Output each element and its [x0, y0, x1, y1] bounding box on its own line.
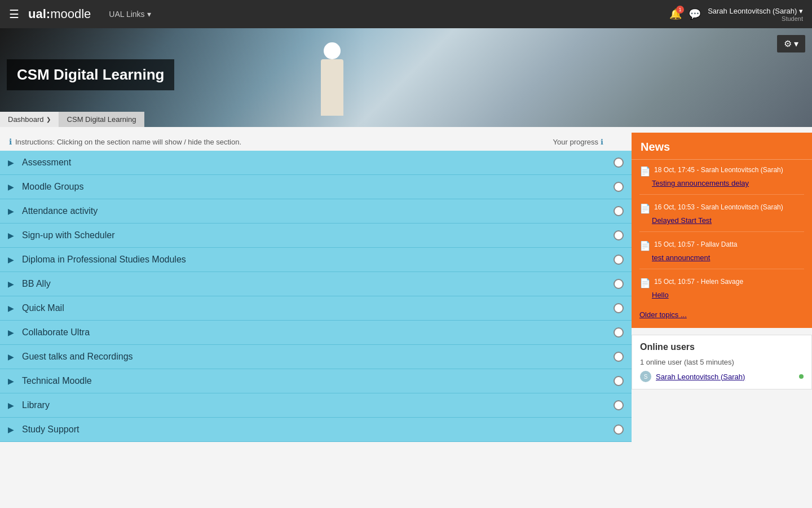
news-block: News 📄18 Oct, 17:45 - Sarah Leontovitsch… — [632, 133, 812, 328]
section-item: ▶Moodle Groups — [0, 175, 632, 199]
section-label[interactable]: Quick Mail — [22, 296, 614, 320]
breadcrumb-bar: Dashboard ❯ CSM Digital Learning — [0, 112, 144, 127]
section-toggle-icon[interactable]: ▶ — [0, 376, 22, 386]
section-toggle-icon[interactable]: ▶ — [0, 328, 22, 337]
section-toggle-icon[interactable]: ▶ — [0, 231, 22, 240]
breadcrumb-dashboard[interactable]: Dashboard ❯ — [0, 112, 59, 127]
news-entry-link[interactable]: Hello — [652, 291, 804, 299]
section-label[interactable]: Guest talks and Recordings — [22, 345, 614, 369]
ual-links-button[interactable]: UAL Links ▾ — [109, 10, 151, 19]
section-item: ▶Library — [0, 393, 632, 418]
section-progress-radio[interactable] — [614, 157, 624, 168]
section-progress-radio[interactable] — [614, 230, 624, 240]
section-progress-radio[interactable] — [614, 352, 624, 362]
main-content: ℹ Instructions: Clicking on the section … — [0, 127, 812, 466]
news-entry-meta-text: 16 Oct, 10:53 - Sarah Leontovitsch (Sara… — [654, 203, 783, 212]
gear-settings-button[interactable]: ⚙ ▾ — [777, 35, 805, 52]
section-toggle-icon[interactable]: ▶ — [0, 304, 22, 313]
section-label[interactable]: Moodle Groups — [22, 175, 614, 199]
news-entry-meta-text: 15 Oct, 10:57 - Helen Savage — [654, 277, 743, 287]
hero-banner: CSM Digital Learning ⚙ ▾ Dashboard ❯ CSM… — [0, 28, 812, 127]
section-progress-radio[interactable] — [614, 424, 624, 435]
section-item: ▶Study Support — [0, 418, 632, 442]
section-progress-radio[interactable] — [614, 182, 624, 192]
section-label[interactable]: Study Support — [22, 418, 614, 441]
section-progress-radio[interactable] — [614, 327, 624, 338]
online-users-header: Online users — [640, 342, 804, 352]
logo-moodle-text: moodle — [50, 7, 91, 21]
news-entry-meta: 📄15 Oct, 10:57 - Helen Savage — [639, 277, 804, 288]
site-logo: ual: moodle — [28, 7, 91, 21]
news-entry-meta-text: 15 Oct, 10:57 - Pallav Datta — [654, 240, 737, 249]
instructions-bar: ℹ Instructions: Clicking on the section … — [0, 133, 250, 151]
notification-badge: 1 — [676, 6, 684, 14]
news-entry-meta-text: 18 Oct, 17:45 - Sarah Leontovitsch (Sara… — [654, 165, 783, 175]
news-body: 📄18 Oct, 17:45 - Sarah Leontovitsch (Sar… — [632, 160, 812, 328]
section-progress-radio[interactable] — [614, 279, 624, 289]
progress-header: Your progress ℹ — [553, 138, 603, 146]
gear-arrow-icon: ▾ — [794, 38, 798, 49]
notifications-button[interactable]: 🔔 1 — [669, 8, 682, 20]
section-toggle-icon[interactable]: ▶ — [0, 425, 22, 434]
logo-ual-text: ual: — [28, 7, 50, 21]
news-entry-icon: 📄 — [639, 203, 651, 214]
section-toggle-icon[interactable]: ▶ — [0, 158, 22, 167]
section-item: ▶Diploma in Professional Studies Modules — [0, 248, 632, 272]
online-users-count: 1 online user (last 5 minutes) — [640, 358, 804, 366]
section-label[interactable]: Technical Moodle — [22, 369, 614, 393]
course-area: ℹ Instructions: Clicking on the section … — [0, 127, 632, 466]
progress-info-icon: ℹ — [601, 138, 603, 146]
section-label[interactable]: BB Ally — [22, 272, 614, 296]
section-item: ▶Guest talks and Recordings — [0, 345, 632, 369]
news-entry: 📄15 Oct, 10:57 - Pallav Dattatest announ… — [639, 240, 804, 269]
section-progress-radio[interactable] — [614, 400, 624, 410]
news-entry-meta: 📄16 Oct, 10:53 - Sarah Leontovitsch (Sar… — [639, 203, 804, 214]
older-topics-link[interactable]: Older topics ... — [639, 307, 804, 322]
online-status-indicator — [799, 374, 804, 379]
section-toggle-icon[interactable]: ▶ — [0, 182, 22, 191]
section-label[interactable]: Assessment — [22, 151, 614, 174]
news-entry-icon: 📄 — [639, 166, 651, 177]
section-progress-radio[interactable] — [614, 303, 624, 313]
section-label[interactable]: Diploma in Professional Studies Modules — [22, 248, 614, 271]
news-entry: 📄15 Oct, 10:57 - Helen SavageHello — [639, 277, 804, 299]
section-toggle-icon[interactable]: ▶ — [0, 207, 22, 216]
section-item: ▶Collaborate Ultra — [0, 321, 632, 345]
info-icon: ℹ — [9, 137, 12, 146]
online-user-row: SSarah Leontovitsch (Sarah) — [640, 371, 804, 382]
section-item: ▶Technical Moodle — [0, 369, 632, 393]
news-entry-meta: 📄18 Oct, 17:45 - Sarah Leontovitsch (Sar… — [639, 165, 804, 177]
section-item: ▶Attendance activity — [0, 199, 632, 224]
news-entry-link[interactable]: Testing announcements delay — [652, 179, 804, 187]
section-label[interactable]: Library — [22, 393, 614, 417]
section-progress-radio[interactable] — [614, 255, 624, 265]
section-label[interactable]: Attendance activity — [22, 199, 614, 223]
section-toggle-icon[interactable]: ▶ — [0, 352, 22, 361]
news-entry-link[interactable]: test announcment — [652, 253, 804, 262]
user-name-label[interactable]: Sarah Leontovitsch (Sarah) ▾ — [708, 7, 803, 15]
progress-label: Your progress — [553, 138, 598, 146]
hero-title-box: CSM Digital Learning — [7, 59, 174, 90]
section-item: ▶Assessment — [0, 151, 632, 175]
section-progress-radio[interactable] — [614, 206, 624, 216]
breadcrumb-csm[interactable]: CSM Digital Learning — [59, 112, 145, 127]
news-entry: 📄18 Oct, 17:45 - Sarah Leontovitsch (Sar… — [639, 165, 804, 195]
hamburger-menu[interactable]: ☰ — [9, 7, 19, 21]
messages-button[interactable]: 💬 — [689, 8, 701, 20]
news-entry-link[interactable]: Delayed Start Test — [652, 216, 804, 225]
ual-links-arrow-icon: ▾ — [147, 10, 151, 19]
section-item: ▶Quick Mail — [0, 296, 632, 321]
section-toggle-icon[interactable]: ▶ — [0, 255, 22, 264]
section-toggle-icon[interactable]: ▶ — [0, 401, 22, 410]
section-toggle-icon[interactable]: ▶ — [0, 279, 22, 288]
section-label[interactable]: Collaborate Ultra — [22, 321, 614, 344]
online-user-avatar: S — [640, 371, 651, 382]
section-label[interactable]: Sign-up with Scheduler — [22, 224, 614, 247]
news-entry-meta: 📄15 Oct, 10:57 - Pallav Datta — [639, 240, 804, 251]
section-progress-radio[interactable] — [614, 376, 624, 386]
instructions-text: Instructions: Clicking on the section na… — [15, 138, 241, 146]
section-item: ▶BB Ally — [0, 272, 632, 296]
online-user-name[interactable]: Sarah Leontovitsch (Sarah) — [656, 373, 745, 381]
user-menu[interactable]: Sarah Leontovitsch (Sarah) ▾ Student — [708, 7, 803, 22]
gear-icon: ⚙ — [784, 38, 792, 49]
